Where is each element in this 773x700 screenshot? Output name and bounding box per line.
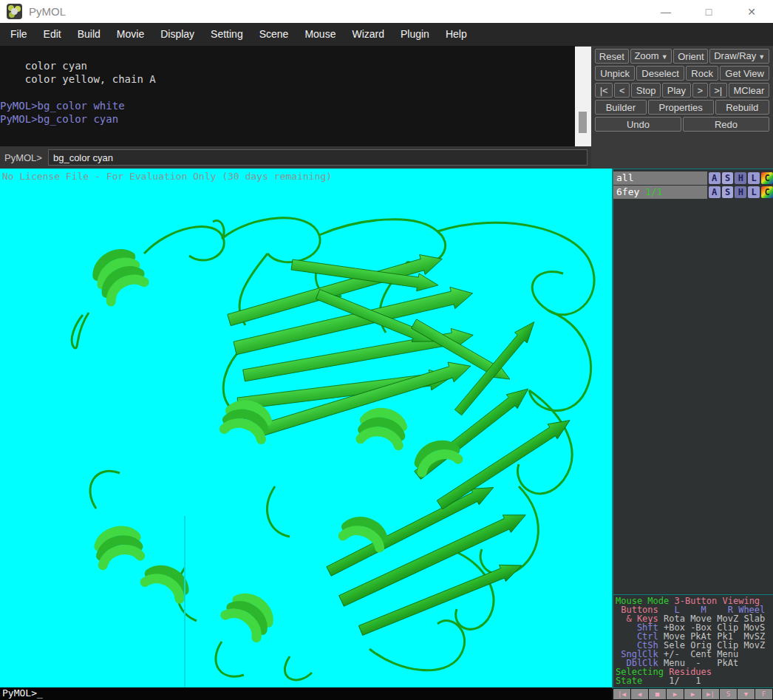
command-input[interactable] [48, 149, 588, 166]
viewport-artifact-line [184, 516, 185, 687]
object-c-button[interactable]: C [761, 186, 773, 198]
viewport-3d[interactable]: No License File - For Evaluation Only (3… [0, 169, 612, 687]
prompt-label: PyMOL> [0, 152, 48, 163]
draw-ray-button[interactable]: Draw/Ray▼ [709, 49, 769, 64]
object-l-button[interactable]: L [748, 186, 760, 198]
object-l-button[interactable]: L [748, 172, 760, 184]
mouse-mode-panel[interactable]: Mouse Mode 3-Button Viewing Buttons L M … [613, 594, 773, 687]
scrollbar-thumb[interactable] [579, 112, 587, 133]
console-panel: color cyan color yellow, chain A PyMOL>b… [0, 46, 591, 169]
console-area: color cyan color yellow, chain A PyMOL>b… [0, 46, 773, 169]
molecule-render [0, 169, 612, 687]
window-title: PyMOL [29, 5, 66, 18]
mclear-button[interactable]: MClear [729, 83, 769, 98]
--button[interactable]: >| [709, 83, 727, 98]
bottom-bar: PyMOL>_ |◀◀■▶▶▶|S▼F [0, 687, 773, 700]
status-prompt: PyMOL>_ [0, 687, 612, 700]
object-s-button[interactable]: S [722, 186, 734, 198]
history-line: PyMOL>bg_color cyan [0, 112, 575, 126]
toolbar-panel: ResetZoom▼OrientDraw/Ray▼UnpickDeselectR… [591, 46, 773, 169]
menu-item-edit[interactable]: Edit [35, 23, 69, 46]
menu-item-movie[interactable]: Movie [109, 23, 152, 46]
player-step-back-button[interactable]: ◀ [631, 689, 648, 699]
player-go-end-button[interactable]: ▶| [702, 689, 719, 699]
orient-button[interactable]: Orient [673, 49, 708, 64]
object-name[interactable]: all [613, 171, 707, 185]
pymol-window: PyMOL —□✕ FileEditBuildMovieDisplaySetti… [0, 0, 773, 700]
builder-button[interactable]: Builder [595, 100, 647, 115]
toolbar-row: ResetZoom▼OrientDraw/Ray▼ [594, 48, 770, 64]
player-stop-button[interactable]: ■ [649, 689, 666, 699]
mouse-panel-line: State 1/ 1 [616, 676, 773, 685]
reset-button[interactable]: Reset [595, 49, 629, 64]
object-row-all: allASHLC [613, 171, 773, 185]
unpick-button[interactable]: Unpick [595, 66, 635, 81]
object-h-button[interactable]: H [735, 186, 746, 198]
player-dropdown-button[interactable]: ▼ [738, 689, 755, 699]
toolbar-row: UnpickDeselectRockGet View [594, 65, 770, 81]
deselect-button[interactable]: Deselect [636, 66, 684, 81]
history-line: PyMOL>bg_color white [0, 99, 575, 112]
player-play-button[interactable]: ▶ [667, 689, 684, 699]
undo-button[interactable]: Undo [595, 117, 681, 132]
toolbar-row: BuilderPropertiesRebuild [594, 99, 770, 115]
license-banner: No License File - For Evaluation Only (3… [2, 171, 332, 182]
pymol-logo-icon [7, 4, 22, 19]
menu-item-setting[interactable]: Setting [202, 23, 251, 46]
menu-item-file[interactable]: File [2, 23, 35, 46]
player-fullscreen-button[interactable]: F [755, 689, 772, 699]
history-line [0, 86, 575, 99]
menu-item-plugin[interactable]: Plugin [392, 23, 437, 46]
title-bar: PyMOL —□✕ [0, 0, 773, 23]
history-line: color yellow, chain A [0, 72, 575, 86]
menu-item-scene[interactable]: Scene [251, 23, 297, 46]
history-scrollbar[interactable] [575, 47, 591, 146]
minimize-button[interactable]: — [644, 0, 687, 23]
object-h-button[interactable]: H [735, 172, 746, 184]
--button[interactable]: < [614, 83, 630, 98]
object-list: allASHLC6fey 1/1ASHLC [613, 169, 773, 200]
menu-item-mouse[interactable]: Mouse [296, 23, 344, 46]
zoom-button[interactable]: Zoom▼ [630, 49, 672, 64]
rebuild-button[interactable]: Rebuild [715, 100, 769, 115]
player-step-forward-button[interactable]: ▶ [684, 689, 701, 699]
maximize-button[interactable]: □ [687, 0, 730, 23]
toolbar-row: UndoRedo [594, 116, 770, 132]
redo-button[interactable]: Redo [683, 117, 769, 132]
object-name[interactable]: 6fey 1/1 [613, 186, 707, 199]
rock-button[interactable]: Rock [686, 66, 718, 81]
command-history[interactable]: color cyan color yellow, chain A PyMOL>b… [0, 46, 575, 146]
get-view-button[interactable]: Get View [720, 66, 769, 81]
object-a-button[interactable]: A [709, 186, 721, 198]
stop-button[interactable]: Stop [631, 83, 661, 98]
window-controls: —□✕ [644, 0, 773, 23]
object-a-button[interactable]: A [709, 172, 721, 184]
menu-item-display[interactable]: Display [152, 23, 202, 46]
player-scene-button[interactable]: S [720, 689, 737, 699]
main-area: No License File - For Evaluation Only (3… [0, 169, 773, 687]
menu-item-help[interactable]: Help [437, 23, 475, 46]
--button[interactable]: |< [595, 83, 613, 98]
close-button[interactable]: ✕ [730, 0, 773, 23]
object-row-6fey: 6fey 1/1ASHLC [613, 186, 773, 199]
command-input-row: PyMOL> [0, 146, 591, 169]
object-s-button[interactable]: S [722, 172, 734, 184]
right-sidebar: allASHLC6fey 1/1ASHLC Mouse Mode 3-Butto… [612, 169, 773, 687]
menu-item-build[interactable]: Build [69, 23, 109, 46]
toolbar-row: |<<StopPlay>>|MClear [594, 82, 770, 98]
movie-player-controls: |◀◀■▶▶▶|S▼F [612, 687, 773, 700]
history-line: color cyan [0, 59, 575, 72]
object-c-button[interactable]: C [761, 172, 773, 184]
--button[interactable]: > [692, 83, 708, 98]
menu-bar: FileEditBuildMovieDisplaySettingSceneMou… [0, 23, 773, 46]
play-button[interactable]: Play [662, 83, 691, 98]
player-go-start-button[interactable]: |◀ [613, 689, 630, 699]
menu-item-wizard[interactable]: Wizard [344, 23, 392, 46]
properties-button[interactable]: Properties [648, 100, 714, 115]
